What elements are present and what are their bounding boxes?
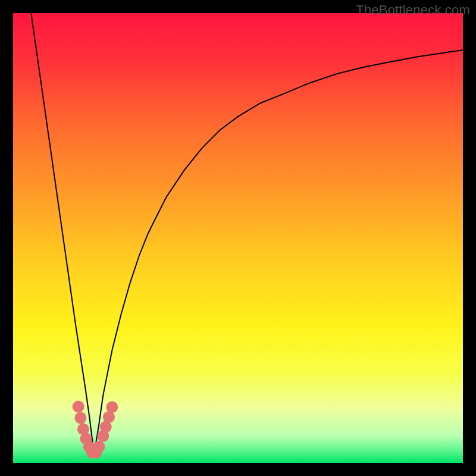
marker-dot [74, 412, 86, 424]
marker-dot [73, 401, 84, 413]
marker-dot [106, 401, 118, 413]
marker-dot [93, 441, 105, 453]
chart-svg [13, 13, 463, 463]
chart-plot-area [13, 13, 463, 463]
watermark-text: TheBottleneck.com [356, 2, 470, 18]
gradient-background [13, 13, 463, 463]
chart-frame: TheBottleneck.com [0, 0, 476, 476]
